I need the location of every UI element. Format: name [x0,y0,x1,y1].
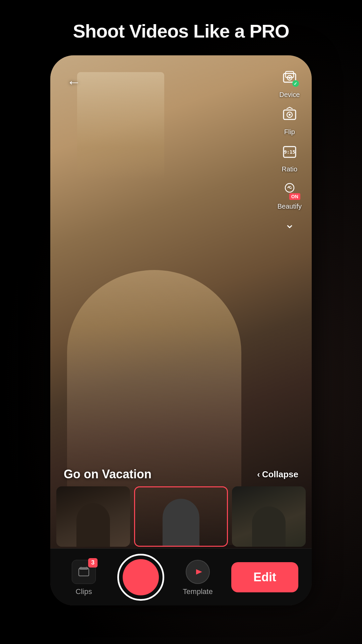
toolbar-item-device[interactable]: Device [278,65,302,99]
chevron-down-icon: ⌄ [285,217,295,231]
collapse-chevron-icon: ‹ [257,469,260,480]
ratio-icon: 9:15 [281,143,298,161]
ratio-label: Ratio [282,165,298,173]
edit-button[interactable]: Edit [231,562,298,592]
clips-count-badge: 3 [88,558,98,568]
bottom-controls-bar: 3 Clips Templat [50,548,312,605]
back-button[interactable]: ← [64,72,84,92]
record-button[interactable] [117,554,164,601]
toolbar-item-beautify[interactable]: ON Beautify [278,177,302,210]
viewfinder: ← Device [50,55,312,605]
flip-label: Flip [284,128,295,136]
right-toolbar: Device Flip [278,65,302,231]
beautify-on-badge: ON [289,193,300,200]
clips-svg-icon [77,565,90,579]
toolbar-item-flip[interactable]: Flip [278,103,302,136]
beautify-label: Beautify [278,203,302,210]
device-label: Device [279,91,300,99]
record-button-inner [123,559,159,595]
template-icon [186,560,210,584]
collapse-button[interactable]: ‹ Collapse [257,469,298,480]
thumbnail-3[interactable] [232,486,306,547]
thumbnail-2[interactable] [134,486,228,547]
thumbnail-3-image [232,486,306,547]
collapse-label: Collapse [262,469,298,480]
phone-frame: ← Device [50,55,312,605]
svg-point-6 [289,114,291,116]
flip-icon [281,106,298,123]
svg-text:9:15: 9:15 [284,149,295,155]
thumbnail-strip [50,485,312,548]
expand-toolbar-button[interactable]: ⌄ [285,214,295,231]
caption-text: Go on Vacation [64,467,152,481]
template-label: Template [183,587,213,596]
svg-rect-10 [79,569,89,576]
device-check-icon [292,80,299,87]
page-title: Shoot Videos Like a PRO [73,20,289,42]
clips-button[interactable]: 3 Clips [64,558,104,596]
back-arrow-icon: ← [67,74,81,90]
clips-label: Clips [76,587,92,596]
template-play-icon [190,565,205,579]
thumbnail-1[interactable] [56,486,130,547]
svg-point-3 [289,77,291,79]
toolbar-item-ratio[interactable]: 9:15 Ratio [278,140,302,173]
caption-row: Go on Vacation ‹ Collapse [50,467,312,481]
clips-icon: 3 [72,560,96,584]
svg-rect-1 [286,71,294,77]
thumbnail-2-image [135,487,227,546]
template-button[interactable]: Template [178,558,218,596]
thumbnail-1-image [56,486,130,547]
